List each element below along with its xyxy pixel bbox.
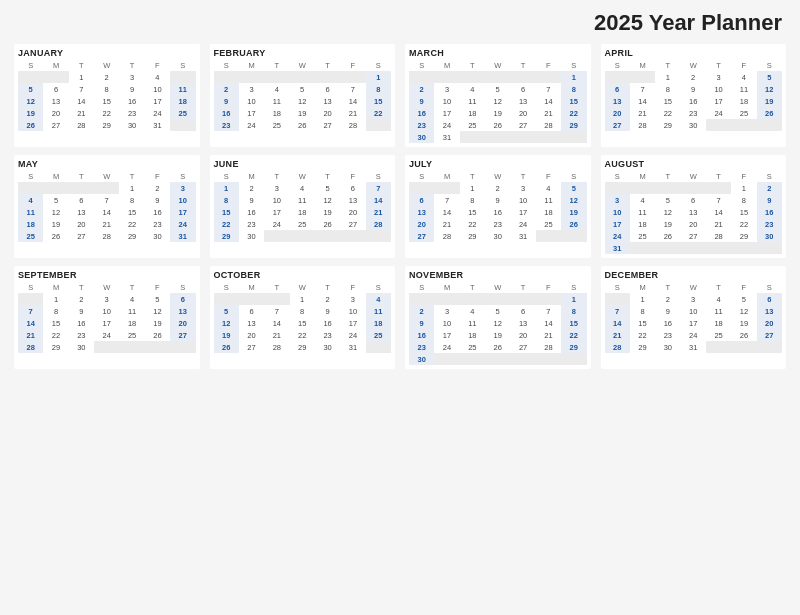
calendar-day: 11 xyxy=(536,194,561,206)
day-header: T xyxy=(264,171,289,182)
calendar-day: 18 xyxy=(630,218,655,230)
calendar-day: 30 xyxy=(145,230,170,242)
day-header: W xyxy=(290,60,315,71)
calendar-day: 27 xyxy=(315,119,340,131)
calendar-day: 9 xyxy=(315,305,340,317)
calendar-day: 16 xyxy=(239,206,264,218)
calendar-day xyxy=(731,119,756,131)
calendar-day xyxy=(731,341,756,353)
calendar-day xyxy=(43,71,68,83)
calendar-day: 2 xyxy=(69,293,94,305)
day-header: F xyxy=(145,282,170,293)
calendar-day: 14 xyxy=(434,206,459,218)
calendar-day: 15 xyxy=(561,317,586,329)
calendar-day xyxy=(264,230,289,242)
calendar-day: 14 xyxy=(340,95,365,107)
calendar-day: 4 xyxy=(536,182,561,194)
day-header: M xyxy=(630,282,655,293)
calendar-day: 26 xyxy=(731,329,756,341)
calendar-day: 2 xyxy=(485,182,510,194)
calendar-day: 16 xyxy=(69,317,94,329)
calendar-day: 4 xyxy=(290,182,315,194)
calendar-day xyxy=(264,293,289,305)
calendar-day: 5 xyxy=(757,71,782,83)
calendar-day: 23 xyxy=(485,218,510,230)
calendar-day: 31 xyxy=(434,131,459,143)
calendar-day: 22 xyxy=(94,107,119,119)
calendar-grid: JANUARYSMTWTFS12345678910111213141516171… xyxy=(14,44,786,369)
calendar-day xyxy=(239,293,264,305)
calendar-day: 23 xyxy=(239,218,264,230)
calendar-day: 27 xyxy=(510,119,535,131)
calendar-day: 22 xyxy=(366,107,391,119)
calendar-day: 11 xyxy=(264,95,289,107)
day-header: W xyxy=(290,171,315,182)
day-header: W xyxy=(94,60,119,71)
calendar-day: 10 xyxy=(681,305,706,317)
calendar-day xyxy=(315,71,340,83)
calendar-day xyxy=(536,293,561,305)
calendar-day: 1 xyxy=(561,71,586,83)
calendar-day: 7 xyxy=(366,182,391,194)
calendar-day: 21 xyxy=(536,329,561,341)
calendar-day: 19 xyxy=(290,107,315,119)
calendar-day: 5 xyxy=(18,83,43,95)
calendar-day: 20 xyxy=(170,317,195,329)
day-header: F xyxy=(731,282,756,293)
calendar-day: 30 xyxy=(757,230,782,242)
day-header: T xyxy=(510,171,535,182)
calendar-day: 2 xyxy=(757,182,782,194)
calendar-day: 19 xyxy=(485,107,510,119)
day-header: T xyxy=(706,171,731,182)
day-header: T xyxy=(706,282,731,293)
calendar-day: 18 xyxy=(731,95,756,107)
calendar-day: 28 xyxy=(264,341,289,353)
day-header: F xyxy=(340,60,365,71)
day-header: W xyxy=(485,60,510,71)
calendar-day: 7 xyxy=(69,83,94,95)
day-header: S xyxy=(18,282,43,293)
calendar-day xyxy=(510,131,535,143)
calendar-day: 13 xyxy=(340,194,365,206)
calendar-day: 7 xyxy=(94,194,119,206)
calendar-day: 20 xyxy=(510,107,535,119)
day-header: S xyxy=(561,60,586,71)
calendar-day xyxy=(706,341,731,353)
month-name: JUNE xyxy=(214,159,392,169)
month-april: APRILSMTWTFS1234567891011121314151617181… xyxy=(601,44,787,147)
calendar-day xyxy=(434,353,459,365)
calendar-day: 25 xyxy=(18,230,43,242)
calendar-day xyxy=(706,182,731,194)
calendar-day: 20 xyxy=(239,329,264,341)
day-header: T xyxy=(315,171,340,182)
calendar-day: 28 xyxy=(630,119,655,131)
calendar-day: 21 xyxy=(536,107,561,119)
calendar-day xyxy=(630,182,655,194)
calendar-day: 10 xyxy=(510,194,535,206)
calendar-day: 27 xyxy=(340,218,365,230)
calendar-day: 21 xyxy=(264,329,289,341)
calendar-day: 12 xyxy=(485,95,510,107)
calendar-day: 28 xyxy=(366,218,391,230)
calendar-day: 16 xyxy=(655,317,680,329)
calendar-day: 22 xyxy=(561,329,586,341)
calendar-day: 2 xyxy=(239,182,264,194)
calendar-day: 21 xyxy=(366,206,391,218)
calendar-day: 2 xyxy=(214,83,239,95)
day-header: T xyxy=(264,60,289,71)
calendar-day: 10 xyxy=(94,305,119,317)
calendar-day: 5 xyxy=(655,194,680,206)
calendar-day: 28 xyxy=(340,119,365,131)
calendar-day: 7 xyxy=(340,83,365,95)
calendar-day: 26 xyxy=(485,341,510,353)
calendar-day: 10 xyxy=(340,305,365,317)
calendar-day: 29 xyxy=(561,119,586,131)
day-header: S xyxy=(214,171,239,182)
calendar-day xyxy=(706,242,731,254)
calendar-day: 14 xyxy=(94,206,119,218)
calendar-day: 24 xyxy=(605,230,630,242)
calendar-day xyxy=(706,119,731,131)
calendar-day: 16 xyxy=(145,206,170,218)
day-header: T xyxy=(264,282,289,293)
calendar-day: 7 xyxy=(706,194,731,206)
